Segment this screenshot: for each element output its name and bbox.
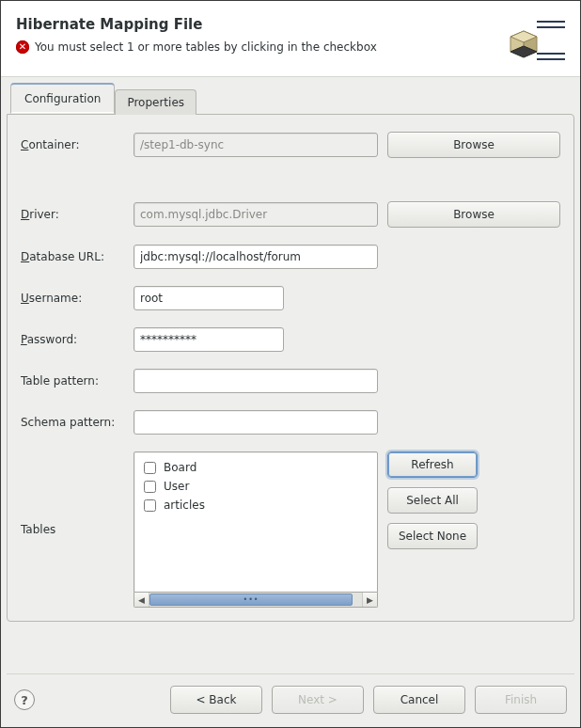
tab-properties[interactable]: Properties xyxy=(115,89,196,115)
scroll-thumb[interactable]: ••• xyxy=(149,593,353,606)
tables-label: Tables xyxy=(21,523,124,536)
configuration-panel: Container: Browse Driver: Browse Databas… xyxy=(7,114,574,622)
back-button[interactable]: < Back xyxy=(170,686,262,714)
scroll-right-arrow-icon[interactable]: ▶ xyxy=(362,593,377,607)
help-icon[interactable]: ? xyxy=(14,689,35,710)
scroll-left-arrow-icon[interactable]: ◀ xyxy=(134,593,149,607)
finish-button: Finish xyxy=(475,686,567,714)
table-checkbox[interactable] xyxy=(144,499,156,512)
table-row[interactable]: User xyxy=(142,477,369,496)
tables-listbox-wrap: Board User articles ◀ xyxy=(133,451,378,608)
schema-pattern-input[interactable] xyxy=(133,410,378,435)
table-row-label: articles xyxy=(164,499,205,512)
table-row-label: Board xyxy=(164,461,196,474)
password-input[interactable] xyxy=(133,327,284,352)
table-checkbox[interactable] xyxy=(144,481,156,493)
wizard-banner: Hibernate Mapping File ✕ You must select… xyxy=(1,1,580,77)
table-pattern-input[interactable] xyxy=(133,369,378,393)
wizard-body: Configuration Properties Container: Brow… xyxy=(1,77,580,674)
next-button: Next > xyxy=(272,686,364,714)
container-input xyxy=(133,133,378,157)
schema-pattern-label: Schema pattern: xyxy=(21,416,124,429)
username-label: Username: xyxy=(21,292,124,305)
table-row-label: User xyxy=(164,480,189,493)
cancel-button[interactable]: Cancel xyxy=(373,686,465,714)
tables-horizontal-scrollbar[interactable]: ◀ ••• ▶ xyxy=(133,593,378,608)
dburl-label: Database URL: xyxy=(21,250,124,263)
error-message-row: ✕ You must select 1 or more tables by cl… xyxy=(16,40,377,54)
container-browse-button[interactable]: Browse xyxy=(387,132,560,158)
tables-side-buttons: Refresh Select All Select None xyxy=(387,451,481,549)
tab-configuration[interactable]: Configuration xyxy=(10,83,115,114)
username-input[interactable] xyxy=(133,286,284,310)
driver-label: Driver: xyxy=(21,208,124,221)
driver-input xyxy=(133,202,378,227)
tabstrip: Configuration Properties xyxy=(7,83,574,114)
password-label: Password: xyxy=(21,333,124,346)
wizard-footer: ? < Back Next > Cancel Finish xyxy=(1,674,580,727)
error-icon: ✕ xyxy=(16,40,29,54)
container-label: Container: xyxy=(21,138,124,151)
table-row[interactable]: articles xyxy=(142,496,369,514)
error-message-text: You must select 1 or more tables by clic… xyxy=(35,40,377,54)
scroll-track[interactable]: ••• xyxy=(149,593,362,607)
tables-listbox[interactable]: Board User articles xyxy=(133,451,378,593)
refresh-button[interactable]: Refresh xyxy=(387,451,478,478)
hibernate-logo-icon xyxy=(505,16,565,65)
banner-text: Hibernate Mapping File ✕ You must select… xyxy=(16,16,377,54)
table-checkbox[interactable] xyxy=(144,462,156,474)
scroll-grip-icon: ••• xyxy=(243,595,259,604)
database-url-input[interactable] xyxy=(133,245,378,269)
select-all-button[interactable]: Select All xyxy=(387,487,478,514)
driver-browse-button[interactable]: Browse xyxy=(387,201,560,228)
spacer xyxy=(21,175,560,184)
wizard-title: Hibernate Mapping File xyxy=(16,16,377,33)
select-none-button[interactable]: Select None xyxy=(387,523,478,549)
table-row[interactable]: Board xyxy=(142,458,369,477)
table-pattern-label: Table pattern: xyxy=(21,374,124,388)
wizard-window: Hibernate Mapping File ✕ You must select… xyxy=(0,0,581,728)
